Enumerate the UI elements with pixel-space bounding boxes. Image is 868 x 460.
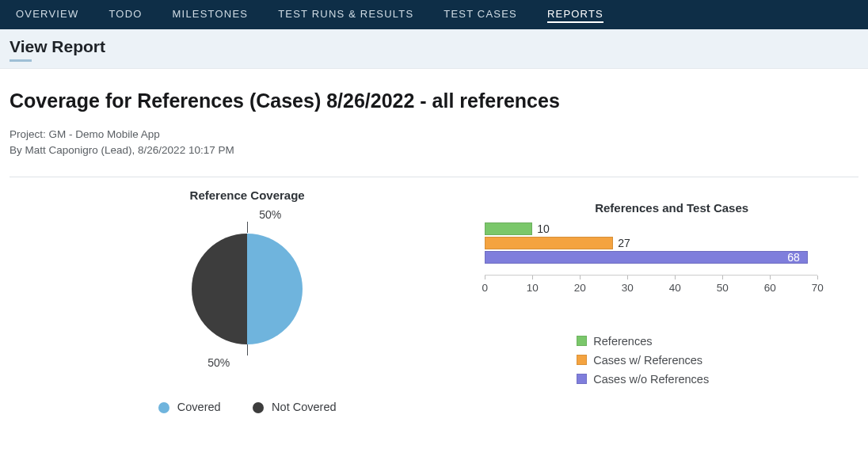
bar-chart-title: References and Test Cases [485, 201, 858, 215]
xlabel: 20 [574, 282, 586, 294]
xlabel: 60 [764, 282, 776, 294]
pie-chart: 50% 50% [136, 210, 358, 384]
xlabel: 10 [527, 282, 539, 294]
bar-legend-cases-without: Cases w/o References [577, 370, 756, 389]
bar-swatch-references [577, 336, 587, 346]
divider [10, 177, 858, 177]
pie-tick-bottom [247, 344, 248, 355]
pie-swatch-covered [158, 402, 169, 413]
bar-chart: 102768 010203040506070 [485, 222, 833, 294]
nav-todo[interactable]: TODO [108, 8, 142, 21]
bar-cases-w-references [485, 237, 613, 249]
pie-legend-notcovered-label: Not Covered [272, 401, 336, 413]
report-title: Coverage for References (Cases) 8/26/202… [10, 89, 858, 112]
pie-top-label: 50% [259, 208, 281, 221]
page-title: View Report [10, 37, 858, 56]
xtick [817, 276, 818, 279]
xlabel: 0 [482, 282, 489, 294]
top-nav: OVERVIEW TODO MILESTONES TEST RUNS & RES… [0, 0, 868, 29]
bar-legend-cases-with: Cases w/ References [577, 351, 756, 370]
bar-value-label: 10 [537, 222, 550, 235]
title-accent [10, 59, 32, 62]
pie-legend-covered: Covered [158, 401, 221, 413]
pie-legend-covered-label: Covered [177, 401, 221, 413]
content: Coverage for References (Cases) 8/26/202… [0, 69, 868, 414]
bar-chart-container: References and Test Cases 102768 0102030… [485, 184, 858, 414]
xtick [580, 276, 581, 279]
bar-legend: References Cases w/ References Cases w/o… [577, 332, 756, 389]
bar-cases-w-o-references [485, 251, 808, 264]
pie-swatch-notcovered [253, 402, 264, 413]
nav-milestones[interactable]: MILESTONES [173, 8, 249, 21]
pie-legend-notcovered: Not Covered [253, 401, 336, 413]
bar-legend-references: References [577, 332, 756, 351]
bar-swatch-cases-with [577, 355, 587, 365]
xtick [722, 276, 723, 279]
xtick [627, 276, 628, 279]
xtick [485, 276, 485, 279]
pie-graphic [192, 234, 303, 344]
xlabel: 70 [812, 282, 824, 294]
xtick [770, 276, 771, 279]
bar-value-label: 68 [787, 251, 800, 264]
pie-bottom-label: 50% [207, 356, 230, 369]
pie-legend: Covered Not Covered [10, 400, 485, 414]
pie-tick-top [247, 222, 248, 233]
nav-reports[interactable]: REPORTS [547, 6, 603, 23]
nav-test-cases[interactable]: TEST CASES [444, 8, 517, 21]
bar-value-label: 27 [618, 237, 630, 249]
bar-legend-cases-without-label: Cases w/o References [593, 373, 709, 386]
xlabel: 30 [622, 282, 634, 294]
xtick [532, 276, 533, 279]
charts-row: Reference Coverage 50% 50% Covered Not C… [10, 184, 858, 414]
pie-chart-title: Reference Coverage [10, 188, 485, 202]
bar-xaxis: 010203040506070 [485, 275, 817, 291]
nav-overview[interactable]: OVERVIEW [16, 8, 78, 21]
xlabel: 40 [669, 282, 681, 294]
bar-legend-references-label: References [593, 335, 652, 348]
nav-test-runs-results[interactable]: TEST RUNS & RESULTS [278, 8, 413, 21]
bar-swatch-cases-without [577, 374, 587, 384]
bar-legend-cases-with-label: Cases w/ References [593, 354, 702, 367]
report-byline: By Matt Caponigro (Lead), 8/26/2022 10:1… [10, 143, 858, 158]
bar-plot: 102768 [485, 222, 817, 270]
xlabel: 50 [717, 282, 729, 294]
pie-chart-container: Reference Coverage 50% 50% Covered Not C… [10, 184, 485, 414]
report-project-line: Project: GM - Demo Mobile App [10, 127, 858, 143]
subheader: View Report [0, 29, 868, 69]
bar-references [485, 222, 532, 235]
xtick [675, 276, 676, 279]
